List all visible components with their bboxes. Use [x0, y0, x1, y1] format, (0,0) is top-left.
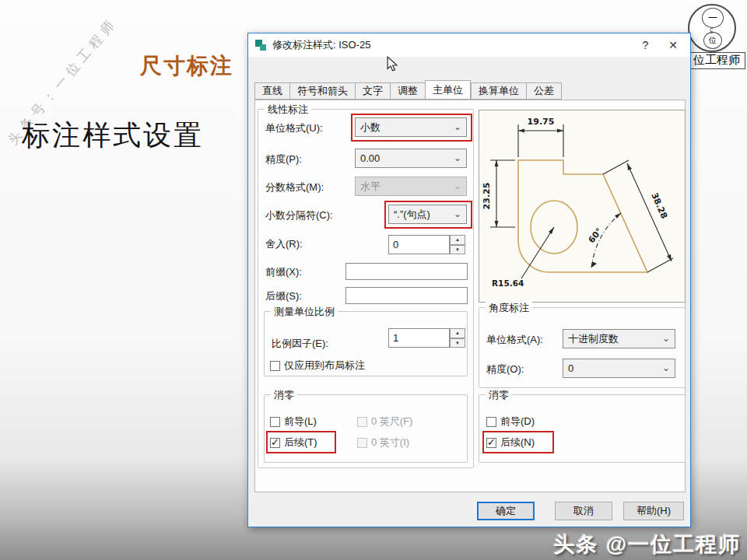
chevron-down-icon: ⌄	[454, 149, 461, 167]
zero-suppression-angular-group: 消零	[479, 394, 686, 463]
mouse-cursor-icon	[385, 56, 399, 72]
unit-format-combo[interactable]: 小数⌄	[355, 117, 467, 137]
logo-bottom-circle: 位	[703, 32, 722, 49]
precision-label: 精度(P):	[265, 152, 302, 166]
angular-trailing-zeros-label: 后续(N)	[500, 436, 535, 450]
layout-only-label: 仅应用到布局标注	[284, 359, 365, 373]
tab-symbols-arrows[interactable]: 符号和箭头	[289, 82, 355, 100]
decimal-separator-label: 小数分隔符(C):	[265, 208, 333, 222]
round-off-label: 舍入(R):	[265, 237, 303, 251]
dim-style-icon	[254, 39, 267, 51]
checkbox-icon[interactable]	[270, 417, 280, 427]
angular-dim-group-title: 角度标注	[486, 301, 532, 315]
zero-suppression-linear-group: 消零	[264, 394, 468, 463]
checkbox-checked-icon[interactable]	[486, 438, 496, 448]
fraction-format-combo: 水平⌄	[355, 177, 467, 196]
brand-logo: 一 ϛ 位	[688, 4, 736, 52]
linear-dim-group-title: 线性标注	[265, 103, 311, 117]
section-tag: 尺寸标注	[140, 51, 233, 81]
zero-suppression-angular-title: 消零	[486, 388, 512, 402]
angular-leading-zeros-checkbox[interactable]: 前导(D)	[486, 415, 535, 429]
page-title: 标注样式设置	[22, 117, 204, 155]
prefix-input[interactable]	[345, 263, 468, 280]
suffix-input[interactable]	[345, 287, 468, 304]
prefix-label: 前缀(X):	[265, 265, 302, 279]
checkbox-icon[interactable]	[486, 417, 496, 427]
chevron-down-icon: ⌄	[662, 359, 670, 377]
leading-zeros-label: 前导(L)	[284, 415, 317, 429]
tab-alternate-units[interactable]: 换算单位	[471, 82, 526, 100]
chevron-down-icon: ⌄	[662, 330, 670, 348]
dim-label-top: 19.75	[528, 117, 555, 127]
round-off-input[interactable]: 0	[388, 235, 450, 254]
angular-precision-combo[interactable]: 0⌄	[563, 359, 675, 378]
scale-factor-input[interactable]: 1	[388, 328, 450, 348]
decimal-separator-combo[interactable]: “.”(句点)⌄	[388, 205, 467, 224]
logo-caption: 位工程师	[688, 52, 745, 69]
checkbox-icon	[357, 438, 367, 448]
angular-precision-label: 精度(O):	[486, 362, 524, 376]
dim-label-radius: R15.64	[492, 278, 524, 288]
leading-zeros-checkbox[interactable]: 前导(L)	[270, 415, 317, 429]
suffix-label: 后缀(S):	[265, 289, 302, 303]
help-titlebar-button[interactable]: ?	[642, 39, 648, 51]
chevron-down-icon: ⌄	[454, 205, 461, 223]
dimension-preview: 19.75 23.25 38.28 60° R15.64	[479, 110, 686, 303]
unit-format-label: 单位格式(U):	[265, 121, 323, 135]
tab-tolerances[interactable]: 公差	[526, 82, 562, 100]
tab-lines[interactable]: 直线	[254, 82, 289, 100]
dimension-preview-drawing: 19.75 23.25 38.28 60° R15.64	[479, 110, 685, 302]
feet-zeros-checkbox: 0 英尺(F)	[357, 415, 412, 429]
help-button[interactable]: 帮助(H)	[623, 502, 684, 520]
scale-factor-stepper[interactable]: ▲▼	[450, 328, 465, 348]
checkbox-icon	[357, 417, 367, 427]
inches-zeros-label: 0 英寸(I)	[371, 436, 409, 450]
tab-primary-units[interactable]: 主单位	[425, 80, 471, 100]
feet-zeros-label: 0 英尺(F)	[371, 415, 412, 429]
round-off-stepper[interactable]: ▲▼	[450, 235, 465, 254]
chevron-down-icon: ⌄	[454, 118, 461, 136]
angular-unit-format-combo[interactable]: 十进制度数⌄	[563, 329, 675, 348]
cancel-button[interactable]: 取消	[555, 502, 612, 520]
dim-label-angle: 60°	[587, 226, 605, 245]
dialog-title: 修改标注样式: ISO-25	[272, 38, 370, 52]
inches-zeros-checkbox: 0 英寸(I)	[357, 436, 409, 450]
layout-only-checkbox[interactable]: 仅应用到布局标注	[270, 359, 365, 373]
fraction-format-label: 分数格式(M):	[265, 180, 324, 194]
footer-credit: 头条 @一位工程师	[553, 530, 741, 558]
measurement-scale-group-title: 测量单位比例	[271, 305, 338, 319]
zero-suppression-linear-title: 消零	[271, 388, 297, 402]
trailing-zeros-checkbox[interactable]: 后续(T)	[270, 436, 317, 450]
dim-label-diagonal: 38.28	[649, 191, 669, 220]
close-icon[interactable]: ✕	[668, 39, 678, 51]
chevron-down-icon: ⌄	[454, 177, 461, 195]
precision-combo[interactable]: 0.00⌄	[355, 149, 467, 168]
angular-unit-format-label: 单位格式(A):	[486, 333, 543, 347]
trailing-zeros-label: 后续(T)	[284, 436, 317, 450]
checkbox-icon[interactable]	[270, 361, 280, 371]
tab-text[interactable]: 文字	[355, 82, 390, 100]
modify-dim-style-dialog: 修改标注样式: ISO-25 ? ✕ 直线 符号和箭头 文字 调整 主单位 换算…	[247, 33, 691, 527]
tab-bar: 直线 符号和箭头 文字 调整 主单位 换算单位 公差	[254, 82, 562, 100]
dim-label-left: 23.25	[482, 183, 492, 210]
angular-leading-zeros-label: 前导(D)	[500, 415, 535, 429]
checkbox-checked-icon[interactable]	[270, 438, 280, 448]
ok-button[interactable]: 确定	[477, 502, 535, 520]
titlebar[interactable]: 修改标注样式: ISO-25 ? ✕	[248, 33, 690, 57]
tab-fit[interactable]: 调整	[390, 82, 425, 100]
scale-factor-label: 比例因子(E):	[272, 337, 328, 351]
angular-trailing-zeros-checkbox[interactable]: 后续(N)	[486, 436, 535, 450]
